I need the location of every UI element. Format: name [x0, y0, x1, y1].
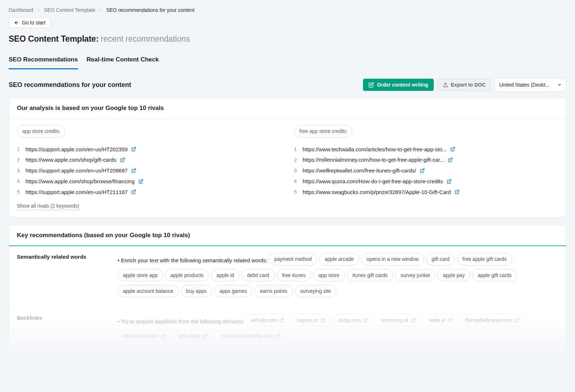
external-link-icon[interactable]	[161, 334, 166, 339]
rival-url: https://www.techwalla.com/articles/how-t…	[303, 146, 447, 153]
keyword-column: free app store creditshttps://www.techwa…	[294, 125, 558, 197]
rival-list-item[interactable]: https://millennialmoney.com/how-to-get-f…	[294, 155, 558, 165]
semantic-word-chip[interactable]: free apple gift cards	[457, 253, 512, 265]
svg-line-18	[163, 334, 165, 336]
external-link-icon[interactable]	[203, 334, 208, 339]
external-link-icon[interactable]	[448, 157, 453, 162]
rivals-card-title: Our analysis is based on your Google top…	[9, 98, 566, 119]
backlink-domain-chip[interactable]: thetopdailynews.com	[460, 314, 525, 326]
semantic-word-chip[interactable]: apple id	[211, 269, 239, 281]
external-link-icon[interactable]	[131, 147, 136, 152]
external-link-icon[interactable]	[363, 318, 368, 323]
order-content-writing-button[interactable]: Order content writing	[363, 79, 433, 91]
breadcrumb: Dashboard SEO Content Template SEO recom…	[9, 6, 566, 14]
semantic-word-chip[interactable]: survey junkie	[395, 269, 436, 281]
svg-line-3	[122, 158, 124, 160]
external-link-icon[interactable]	[138, 179, 143, 184]
export-to-doc-button[interactable]: Export to DOC	[437, 79, 491, 91]
semantic-word-chip[interactable]: payment method	[269, 253, 317, 265]
backlink-domain-chip[interactable]: naba.io	[423, 314, 458, 326]
rival-url: https://www.apple.com/shop/browse/financ…	[26, 177, 135, 185]
external-link-icon[interactable]	[131, 189, 136, 194]
rival-url: https://wellkeptwallet.com/free-itunes-g…	[303, 167, 416, 175]
semantic-word-chip[interactable]: apple gift cards	[472, 269, 517, 281]
chevron-down-icon	[557, 83, 562, 87]
backlink-domain-chip[interactable]: logeco.cc	[292, 314, 331, 326]
external-link-icon[interactable]	[275, 334, 280, 339]
arrow-left-icon	[14, 20, 19, 25]
semantic-word-chip[interactable]: apple account balance	[118, 285, 179, 297]
rival-list-item[interactable]: https://support.apple.com/en-us/HT211187	[17, 187, 281, 198]
rival-list-item[interactable]: https://support.apple.com/en-us/HT208687	[17, 165, 281, 176]
rival-list-item[interactable]: https://www.quora.com/How-do-I-get-free-…	[294, 176, 558, 187]
backlink-domain-chip[interactable]: eehelp.com	[246, 314, 290, 326]
backlink-domain-chip[interactable]: couponscodetoday.com	[215, 330, 286, 342]
semantic-word-chip[interactable]: debit card	[242, 269, 274, 281]
locale-select[interactable]: United States (Deskt...	[494, 78, 566, 92]
external-link-icon[interactable]	[455, 189, 460, 194]
rival-list-item[interactable]: https://www.swagbucks.com/p/prize/32897/…	[294, 187, 558, 198]
external-link-icon[interactable]	[420, 168, 425, 173]
external-link-icon[interactable]	[120, 157, 125, 162]
keyword-pill: free app store credits	[294, 125, 352, 137]
rival-url: https://support.apple.com/en-us/HT211187	[26, 188, 128, 196]
semantic-word-chip[interactable]: apple products	[165, 269, 209, 281]
breadcrumb-item-dashboard[interactable]: Dashboard	[9, 6, 33, 14]
external-link-icon[interactable]	[131, 168, 136, 173]
rival-list-item[interactable]: https://www.apple.com/shop/browse/financ…	[17, 176, 281, 187]
rival-list-item[interactable]: https://www.apple.com/shop/gift-cards	[17, 155, 281, 165]
rival-url: https://millennialmoney.com/how-to-get-f…	[303, 156, 444, 164]
external-link-icon[interactable]	[279, 318, 284, 323]
semantic-word-chip[interactable]: itunes gift cards	[347, 269, 393, 281]
semantic-word-chip[interactable]: surveying site	[295, 285, 337, 297]
svg-line-16	[450, 318, 452, 320]
rival-list-item[interactable]: https://support.apple.com/en-us/HT202359	[17, 144, 281, 155]
upload-icon	[443, 82, 448, 88]
go-to-start-label: Go to start	[22, 20, 45, 26]
semantic-word-chip[interactable]: gift card	[426, 253, 455, 265]
backlinks-row: Backlinks Try to acquire backlinks from …	[9, 307, 566, 352]
semantic-word-chip[interactable]: buy apps	[181, 285, 212, 297]
semantic-words-row: Semantically related words Enrich your t…	[9, 246, 566, 307]
semantic-word-chip[interactable]: apple store app	[118, 269, 163, 281]
rival-list-item[interactable]: https://wellkeptwallet.com/free-itunes-g…	[294, 165, 558, 176]
rival-url: https://www.swagbucks.com/p/prize/32897/…	[303, 188, 451, 196]
semantic-word-chip[interactable]: app store	[313, 269, 345, 281]
backlink-domain-label: gcb.today	[179, 332, 201, 340]
tab-realtime-content-check[interactable]: Real-time Content Check	[87, 53, 159, 70]
svg-line-15	[413, 318, 415, 320]
external-link-icon[interactable]	[447, 179, 452, 184]
semantic-word-chip[interactable]: free itunes	[277, 269, 311, 281]
rival-list: https://www.techwalla.com/articles/how-t…	[294, 144, 558, 198]
svg-line-14	[365, 318, 367, 320]
semantic-word-chip[interactable]: apple pay	[437, 269, 470, 281]
semantic-word-chip[interactable]: opens in a new window	[361, 253, 424, 265]
rival-list-item[interactable]: https://www.techwalla.com/articles/how-t…	[294, 144, 558, 155]
semantic-word-chip[interactable]: earns points	[254, 285, 293, 297]
external-link-icon[interactable]	[447, 318, 452, 323]
backlink-domain-chip[interactable]: couponxoo.com	[118, 330, 171, 342]
backlink-domain-chip[interactable]: gcb.today	[173, 330, 213, 342]
rival-url: https://www.quora.com/How-do-I-get-free-…	[303, 177, 443, 185]
backlinks-label: Backlinks	[17, 314, 103, 346]
key-recommendations-card: Key recommendations (based on your Googl…	[9, 225, 566, 353]
external-link-icon[interactable]	[515, 318, 520, 323]
external-link-icon[interactable]	[450, 147, 455, 152]
svg-line-4	[133, 169, 135, 171]
semantic-word-chip[interactable]: apps games	[214, 285, 252, 297]
external-link-icon[interactable]	[411, 318, 416, 323]
tab-seo-recommendations[interactable]: SEO Recommendations	[9, 53, 78, 70]
go-to-start-button[interactable]: Go to start	[9, 17, 51, 28]
semantic-word-chip[interactable]: apple arcade	[319, 253, 359, 265]
backlinks-lead: Try to acquire backlinks from the follow…	[118, 318, 244, 324]
key-recommendations-title: Key recommendations (based on your Googl…	[9, 225, 566, 246]
keyword-pill: app store credits	[17, 125, 65, 137]
breadcrumb-item-template[interactable]: SEO Content Template	[44, 6, 96, 14]
page-title: SEO Content Template: recent recommendat…	[9, 33, 566, 45]
backlink-domain-chip[interactable]: smira.org.uk	[376, 314, 421, 326]
chevron-right-icon	[37, 8, 41, 12]
external-link-icon[interactable]	[321, 318, 326, 323]
backlink-domain-chip[interactable]: pubg.com	[333, 314, 373, 326]
svg-line-8	[450, 158, 452, 160]
show-all-rivals-link[interactable]: Show all rivals (2 keywords)	[17, 202, 79, 210]
